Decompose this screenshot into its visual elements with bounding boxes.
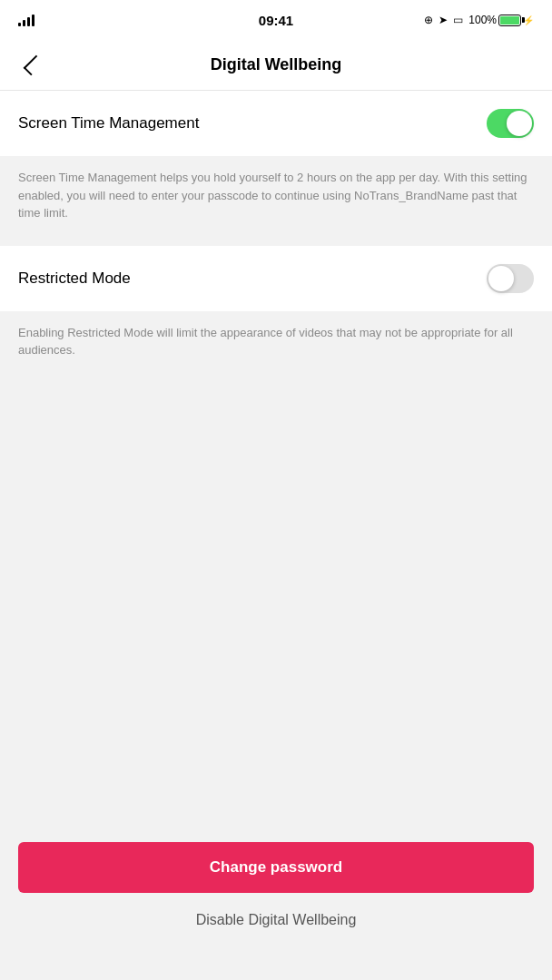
status-bar: 09:41 ⊕ ➤ ▭ 100% ⚡ xyxy=(0,0,552,40)
battery-percent: 100% xyxy=(468,14,497,26)
change-password-button[interactable]: Change password xyxy=(18,842,534,893)
disable-digital-wellbeing-button[interactable]: Disable Digital Wellbeing xyxy=(18,897,534,944)
screen-mirror-icon: ▭ xyxy=(453,14,463,26)
status-right-icons: ⊕ ➤ ▭ 100% ⚡ xyxy=(424,14,534,26)
screen-time-row: Screen Time Management xyxy=(0,91,552,156)
screen-time-toggle-thumb xyxy=(507,111,532,136)
signal-area xyxy=(18,14,34,26)
screen-time-toggle[interactable] xyxy=(487,109,534,138)
lock-icon: ⊕ xyxy=(424,14,433,26)
page-title: Digital Wellbeing xyxy=(211,55,342,74)
screen-time-label: Screen Time Management xyxy=(18,114,199,132)
back-button[interactable] xyxy=(15,49,47,82)
restricted-mode-label: Restricted Mode xyxy=(18,270,131,288)
restricted-mode-toggle-thumb xyxy=(488,266,514,291)
section-divider xyxy=(0,239,552,246)
main-content: Screen Time Management Screen Time Manag… xyxy=(0,91,552,980)
location-icon: ➤ xyxy=(439,14,448,26)
battery-icon xyxy=(498,15,521,26)
nav-bar: Digital Wellbeing xyxy=(0,40,552,91)
restricted-mode-description-section: Enabling Restricted Mode will limit the … xyxy=(0,311,552,376)
battery-fill xyxy=(500,16,519,24)
battery-container: 100% ⚡ xyxy=(468,14,534,26)
restricted-mode-description: Enabling Restricted Mode will limit the … xyxy=(18,326,513,358)
status-time: 09:41 xyxy=(259,13,293,28)
bottom-actions: Change password Disable Digital Wellbein… xyxy=(0,842,552,980)
back-chevron-icon xyxy=(24,54,44,75)
restricted-mode-row: Restricted Mode xyxy=(0,246,552,311)
restricted-mode-toggle[interactable] xyxy=(487,264,534,293)
screen-time-description: Screen Time Management helps you hold yo… xyxy=(18,171,527,220)
screen-time-description-section: Screen Time Management helps you hold yo… xyxy=(0,156,552,239)
signal-icon xyxy=(18,14,34,26)
